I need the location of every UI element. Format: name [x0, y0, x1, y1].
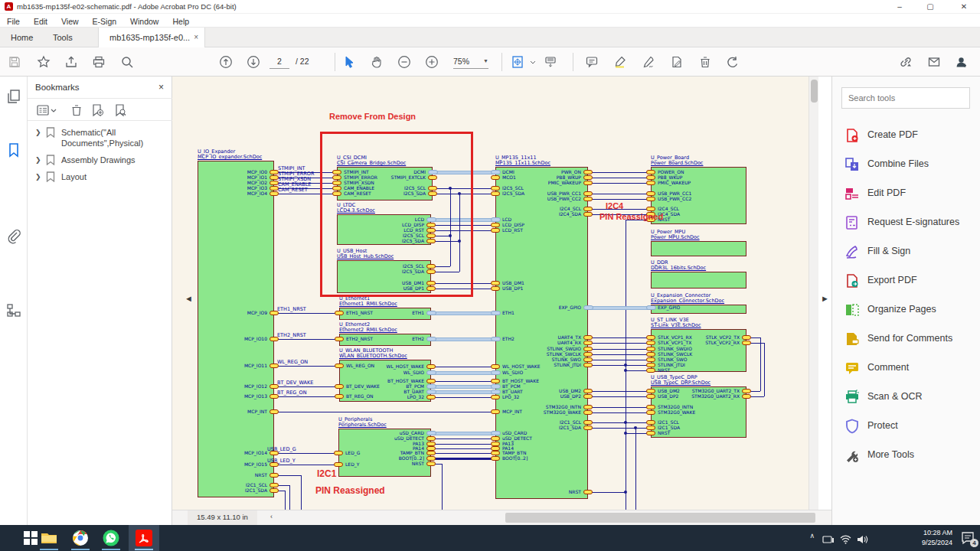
bookmark-label: Schematic("All Documents",Physical)	[61, 128, 143, 148]
tab-home[interactable]: Home	[0, 28, 44, 47]
select-tool-icon[interactable]	[342, 55, 356, 69]
save-icon[interactable]	[8, 55, 21, 69]
tool-item-create-pdf[interactable]: Create PDF	[832, 121, 980, 150]
user-account-icon[interactable]	[955, 55, 969, 69]
page-number-input[interactable]: 2	[270, 54, 289, 69]
minimize-button[interactable]: –	[888, 0, 911, 14]
taskbar-clock[interactable]: 10:28 AM 9/25/2024	[922, 528, 952, 548]
doc-bubble-icon	[844, 331, 860, 347]
email-icon[interactable]	[927, 55, 941, 69]
horizontal-scrollbar[interactable]	[279, 512, 825, 523]
schematic-pin-label: USB_PWR_CC1	[658, 191, 691, 196]
tray-device-icon[interactable]	[822, 533, 835, 547]
search-tools-input[interactable]	[841, 87, 970, 109]
schematic-bus	[431, 311, 495, 315]
share-link-icon[interactable]	[899, 55, 913, 69]
page-fit-icon[interactable]	[511, 55, 524, 69]
layers-structure-icon[interactable]	[5, 302, 22, 319]
share-upload-icon[interactable]	[64, 55, 78, 69]
bookmark-options-icon[interactable]	[37, 103, 57, 117]
pdf-page-canvas[interactable]: U_IO_ExpanderMCP_IO_expander.SchDocMCP_I…	[172, 77, 808, 510]
tool-item-export-pdf[interactable]: Export PDF	[832, 266, 980, 295]
delete-bookmark-icon[interactable]	[70, 103, 83, 117]
tab-document[interactable]: mb1635-mp135f-e0... ×	[98, 28, 205, 47]
wire-junction-dot	[624, 432, 627, 435]
zoom-level-dropdown[interactable]: 75%▼	[453, 54, 488, 69]
add-bookmark-icon[interactable]	[90, 103, 104, 117]
previous-page-icon[interactable]	[219, 55, 233, 69]
tool-item-edit-pdf[interactable]: Edit PDF	[832, 179, 980, 208]
edit-page-icon[interactable]	[670, 55, 684, 69]
menu-edit[interactable]: Edit	[27, 15, 54, 26]
tool-item-comment[interactable]: Comment	[832, 354, 980, 383]
tool-item-request-e-signatures[interactable]: Request E-signatures	[832, 208, 980, 237]
schematic-wire	[274, 313, 339, 314]
schematic-pin	[742, 394, 751, 399]
redo-icon[interactable]	[726, 55, 740, 69]
schematic-wire	[588, 178, 651, 178]
menu-view[interactable]: View	[54, 15, 86, 26]
tab-close-icon[interactable]: ×	[194, 28, 198, 47]
chevron-right-icon[interactable]: ❯	[35, 171, 41, 182]
zoom-out-icon[interactable]	[397, 55, 411, 69]
page-thumbnails-icon[interactable]	[5, 88, 22, 105]
schematic-wire	[588, 199, 651, 200]
delete-icon[interactable]	[698, 55, 712, 69]
annotation-text: PIN Reassigned	[599, 212, 663, 221]
hand-tool-icon[interactable]	[370, 55, 384, 69]
maximize-button[interactable]: ▢	[919, 0, 942, 14]
bookmarks-close-icon[interactable]: ×	[158, 82, 164, 93]
whatsapp-icon[interactable]	[102, 529, 120, 547]
volume-icon[interactable]	[857, 533, 868, 547]
highlight-icon[interactable]	[613, 55, 627, 69]
page-forward-arrow-icon[interactable]: ►	[821, 294, 829, 303]
next-page-icon[interactable]	[247, 55, 260, 69]
page-back-arrow-icon[interactable]: ◄	[185, 294, 193, 303]
chevron-right-icon[interactable]: ❯	[35, 155, 41, 165]
attachments-icon[interactable]	[5, 228, 22, 245]
schematic-pin	[426, 311, 436, 315]
tool-item-organize-pages[interactable]: Organize Pages	[832, 295, 980, 324]
close-button[interactable]: ✕	[952, 0, 975, 14]
tab-tools[interactable]: Tools	[42, 28, 83, 47]
chrome-icon[interactable]	[71, 529, 90, 547]
collapse-left-icon[interactable]: ‹	[270, 513, 273, 520]
tool-item-more-tools[interactable]: More Tools	[832, 441, 980, 470]
schematic-pin-label: MCP_IO9	[206, 310, 267, 315]
tray-chevron-icon[interactable]: ∧	[809, 532, 815, 540]
file-explorer-icon[interactable]	[40, 529, 58, 547]
comment-icon[interactable]	[585, 55, 599, 69]
bookmark-item[interactable]: ❯Assembly Drawings	[28, 152, 172, 168]
schematic-pin	[270, 473, 279, 478]
schematic-pin-label: WL_HOST_WAKE	[363, 364, 424, 369]
wifi-icon[interactable]	[840, 533, 851, 547]
tool-item-protect[interactable]: Protect	[832, 412, 980, 441]
print-icon[interactable]	[92, 55, 106, 69]
tool-item-send-for-comments[interactable]: Send for Comments	[832, 324, 980, 354]
vertical-scrollbar[interactable]	[808, 77, 818, 510]
zoom-in-icon[interactable]	[425, 55, 439, 69]
menu-help[interactable]: Help	[165, 15, 196, 26]
chevron-down-icon[interactable]	[526, 55, 532, 69]
star-icon[interactable]	[37, 55, 51, 69]
start-button-icon[interactable]	[21, 529, 40, 547]
search-icon[interactable]	[120, 55, 134, 69]
scrolling-mode-icon[interactable]	[544, 55, 557, 69]
vertical-scrollbar-thumb[interactable]	[811, 80, 818, 103]
tool-item-combine-files[interactable]: Combine Files	[832, 150, 980, 179]
horizontal-scrollbar-thumb[interactable]	[505, 513, 815, 523]
schematic-pin-label: BT_PCM	[502, 383, 521, 389]
menu-window[interactable]: Window	[123, 15, 165, 26]
bookmark-item[interactable]: ❯Schematic("All Documents",Physical)	[28, 124, 172, 152]
tool-item-fill-sign[interactable]: Fill & Sign	[832, 237, 980, 266]
bookmark-item[interactable]: ❯Layout	[28, 168, 172, 185]
sign-pen-icon[interactable]	[642, 55, 655, 69]
chevron-right-icon[interactable]: ❯	[35, 127, 41, 138]
acrobat-taskbar-icon[interactable]	[135, 529, 153, 547]
menu-e-sign[interactable]: E-Sign	[86, 15, 124, 26]
tool-item-scan-ocr[interactable]: Scan & OCR	[832, 383, 980, 412]
find-bookmark-icon[interactable]	[113, 103, 127, 117]
clock-date: 9/25/2024	[922, 539, 952, 546]
bookmarks-panel-icon[interactable]	[5, 142, 22, 158]
menu-file[interactable]: File	[0, 15, 27, 26]
